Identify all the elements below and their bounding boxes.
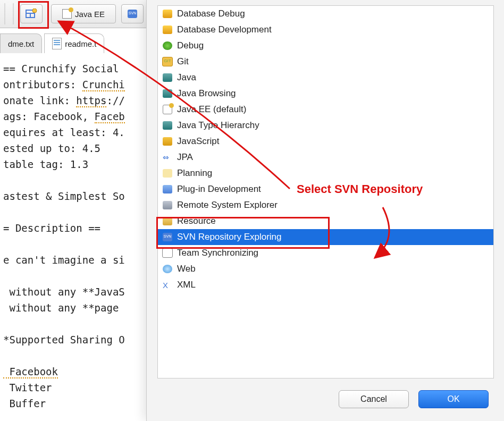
- perspective-item-java-type-hier[interactable]: Java Type Hierarchy: [158, 117, 493, 133]
- perspective-item-label: Debug: [177, 40, 204, 51]
- perspective-item-javascript[interactable]: JavaScript: [158, 133, 493, 149]
- tab-label: dme.txt: [8, 39, 34, 48]
- remote-sys-icon: [162, 200, 173, 210]
- tab-readme-1[interactable]: dme.txt: [0, 33, 42, 53]
- java-ee-icon: [162, 105, 173, 114]
- tab-label: readme.t: [65, 39, 96, 48]
- cancel-button[interactable]: Cancel: [339, 390, 409, 408]
- svn-repo-icon: SVN: [162, 232, 173, 242]
- perspective-item-label: Web: [177, 264, 196, 274]
- debug-icon: [162, 41, 173, 50]
- perspective-item-resource[interactable]: Resource: [158, 213, 493, 229]
- perspective-item-xml[interactable]: XXML: [158, 277, 493, 293]
- perspective-item-remote-sys[interactable]: Remote System Explorer: [158, 197, 493, 213]
- java-browsing-icon: [162, 89, 173, 98]
- toolbar-sep: [4, 3, 5, 24]
- perspective-item-label: Planning: [177, 168, 212, 179]
- perspective-item-label: Remote System Explorer: [177, 200, 278, 210]
- dialog-buttons: Cancel OK: [339, 390, 489, 408]
- java-icon: [162, 73, 173, 82]
- document-icon: [52, 38, 62, 49]
- open-perspective-dialog: Database DebugDatabase DevelopmentDebugG…: [146, 0, 504, 421]
- perspective-item-label: Java Type Hierarchy: [177, 120, 259, 131]
- web-icon: [162, 264, 173, 274]
- git-icon: GIT: [162, 57, 173, 66]
- tab-readme-2[interactable]: readme.t: [44, 33, 104, 53]
- java-ee-icon: [62, 9, 72, 19]
- perspective-item-git[interactable]: GITGit: [158, 54, 493, 70]
- perspective-item-web[interactable]: Web: [158, 261, 493, 277]
- jpa-icon: ⇔: [162, 153, 173, 162]
- annotation-highlight-toolbar: [18, 1, 49, 29]
- planning-icon: [162, 169, 173, 178]
- perspective-item-label: JavaScript: [177, 136, 219, 147]
- perspective-item-svn-repo[interactable]: SVNSVN Repository Exploring: [158, 229, 493, 245]
- perspective-item-label: XML: [177, 280, 196, 290]
- perspective-item-label: Team Synchronizing: [177, 248, 258, 258]
- perspective-item-label: Java: [177, 72, 196, 83]
- svn-icon: SVN: [128, 10, 137, 18]
- perspective-item-label: Plug-in Development: [177, 184, 261, 195]
- perspective-item-jpa[interactable]: ⇔JPA: [158, 149, 493, 165]
- javascript-icon: [162, 137, 173, 146]
- perspective-java-ee-button[interactable]: Java EE: [51, 4, 116, 23]
- toolbar-sep: [13, 3, 14, 24]
- perspective-item-label: Database Debug: [177, 9, 245, 19]
- xml-icon: X: [162, 280, 173, 290]
- perspective-item-label: SVN Repository Exploring: [177, 232, 282, 242]
- plugin-dev-icon: [162, 184, 173, 194]
- perspective-item-planning[interactable]: Planning: [158, 165, 493, 181]
- team-sync-icon: [162, 248, 173, 258]
- perspective-item-java-browsing[interactable]: Java Browsing: [158, 86, 493, 102]
- perspective-item-label: JPA: [177, 152, 193, 163]
- perspective-item-label: Git: [177, 56, 189, 67]
- perspective-item-java-ee[interactable]: Java EE (default): [158, 102, 493, 117]
- java-type-hier-icon: [162, 121, 173, 130]
- perspective-item-database-debug[interactable]: Database Debug: [158, 6, 493, 22]
- editor-tabs: dme.txt readme.t: [0, 32, 106, 53]
- java-ee-label: Java EE: [75, 10, 105, 19]
- database-dev-icon: [162, 25, 173, 35]
- perspective-item-label: Resource: [177, 216, 216, 226]
- perspective-item-label: Database Development: [177, 24, 272, 35]
- ok-button[interactable]: OK: [418, 390, 489, 408]
- perspective-item-team-sync[interactable]: Team Synchronizing: [158, 245, 493, 261]
- perspective-svn-button[interactable]: SVN: [121, 4, 144, 23]
- database-debug-icon: [162, 9, 173, 19]
- annotation-text: Select SVN Repository: [297, 182, 423, 196]
- perspective-item-label: Java EE (default): [177, 104, 246, 115]
- perspective-item-debug[interactable]: Debug: [158, 38, 493, 54]
- perspective-item-database-dev[interactable]: Database Development: [158, 22, 493, 38]
- perspective-item-label: Java Browsing: [177, 88, 236, 99]
- perspective-item-java[interactable]: Java: [158, 70, 493, 86]
- resource-icon: [162, 216, 173, 226]
